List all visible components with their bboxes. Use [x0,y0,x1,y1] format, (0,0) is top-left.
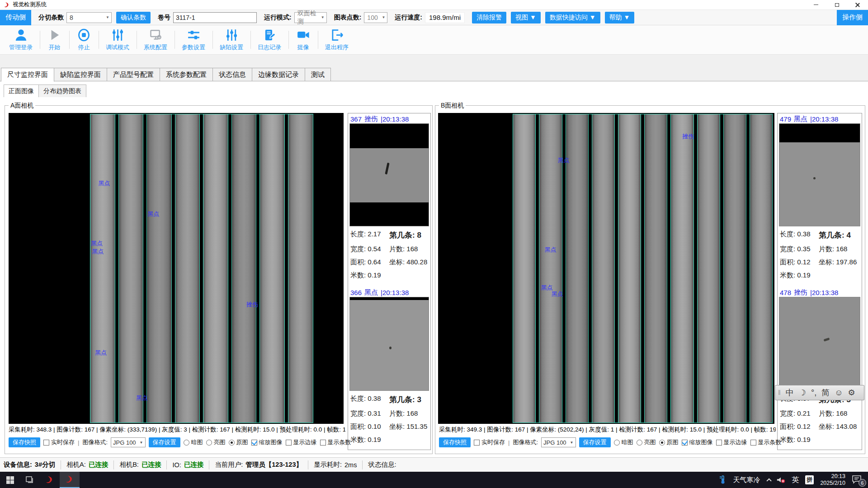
ime-mode-chinese[interactable]: 中 [786,387,794,398]
defect-thumbnail[interactable] [349,123,429,226]
defect-thumbnail[interactable] [779,123,860,226]
radio-icon [637,440,642,446]
save-settings-button[interactable]: 保存设置 [579,437,611,447]
clear-alarm-button[interactable]: 清除报警 [472,12,506,23]
start-button[interactable] [0,472,20,488]
defect-info: 长度: 2.17 第几条: 8 宽度: 0.54 片数: 168 面积: 0.6… [349,226,429,282]
camera-a-image[interactable]: 黑点黑点黑点黑点挫伤黑点黑点 [9,113,344,424]
defect-marker-label: 黑点 [99,179,110,188]
tab-test[interactable]: 测试 [305,68,331,81]
view-menu-button[interactable]: 视图 ▼ [511,12,541,23]
gear-icon[interactable]: ⚙ [848,388,855,398]
pinned-app-button[interactable] [40,472,60,488]
tab-edge-data[interactable]: 边缘数据记录 [252,68,305,81]
action-exit[interactable]: 退出程序 [318,25,356,54]
operator-side-button[interactable]: 操作侧 [837,10,868,25]
defect-thumbnail[interactable] [349,297,429,391]
thermometer-icon[interactable] [719,475,726,484]
defect-width: 0.35 [797,245,810,253]
sub-tab-bar: 正面图像 分布趋势图表 [4,84,86,97]
defect-length: 0.38 [797,230,810,238]
material-strip [644,114,667,422]
action-log-record[interactable]: 日志记录 [250,25,288,54]
running-app-button[interactable] [60,472,80,488]
original-image-radio[interactable]: 原图 [659,438,679,446]
confirm-strips-button[interactable]: 确认条数 [116,12,151,23]
roll-number-input[interactable] [173,12,257,23]
realtime-save-checkbox[interactable]: 实时保存 [474,438,505,446]
moon-icon[interactable]: ☽ [799,388,806,398]
close-button[interactable] [847,0,868,9]
speaker-muted-icon[interactable] [776,476,785,483]
log-icon [262,28,277,42]
defect-header[interactable]: 366 黑点 |20:13:38 [349,288,429,297]
save-snapshot-button[interactable]: 保存快照 [439,437,471,447]
dark-image-radio[interactable]: 暗图 [614,438,633,446]
action-capture[interactable]: 提像 [288,25,318,54]
show-strips-checkbox[interactable]: 显示条数 [320,438,351,446]
original-image-radio[interactable]: 原图 [229,438,248,446]
tray-expand-icon[interactable] [767,478,772,483]
zoom-image-checkbox[interactable]: 缩放图像 [251,438,283,446]
windows-logo-icon [6,476,14,484]
tab-size-monitor[interactable]: 尺寸监控界面 [1,68,54,82]
bright-image-radio[interactable]: 亮图 [206,438,226,446]
dark-image-radio[interactable]: 暗图 [184,438,203,446]
action-debug-mode[interactable]: 调试模式 [99,25,137,54]
material-strip [259,114,285,422]
save-settings-button[interactable]: 保存设置 [149,437,180,447]
notification-center-button[interactable]: 6 [852,475,863,485]
tab-status-info[interactable]: 状态信息 [212,68,252,81]
ime-pinyin-indicator[interactable]: 拼 [805,475,814,484]
language-indicator[interactable]: 英 [792,475,799,485]
tab-system-params[interactable]: 系统参数配置 [160,68,213,81]
data-access-menu-button[interactable]: 数据快捷访问 ▼ [545,12,600,23]
task-view-button[interactable] [20,472,40,488]
minimize-button[interactable] [806,0,826,9]
action-stop[interactable]: 停止 [69,25,99,54]
ime-punctuation-toggle[interactable]: °, [811,388,816,398]
image-format-select[interactable]: JPG 100▼ [111,437,146,447]
emoji-icon[interactable]: ☺ [835,388,843,398]
help-menu-button[interactable]: 帮助 ▼ [605,12,635,23]
subtab-front-image[interactable]: 正面图像 [4,84,39,97]
defect-strip: 4 [846,231,850,239]
run-mode-select[interactable]: 双面检测 ▼ [294,12,327,23]
defect-header[interactable]: 479 黑点 |20:13:38 [779,114,860,123]
slit-count-select[interactable]: 8 ▼ [66,12,112,23]
chart-points-select[interactable]: 100 ▼ [364,12,387,23]
main-tab-bar: 尺寸监控界面 缺陷监控界面 产品型号配置 系统参数配置 状态信息 边缘数据记录 … [1,68,330,81]
action-start[interactable]: 开始 [40,25,69,54]
action-param-settings[interactable]: 参数设置 [175,25,212,54]
ime-simplified-toggle[interactable]: 简 [821,387,830,398]
bright-image-radio[interactable]: 亮图 [637,438,656,446]
subtab-trend-chart[interactable]: 分布趋势图表 [38,84,86,97]
show-strips-checkbox[interactable]: 显示条数 [750,438,782,446]
defect-header[interactable]: 367 挫伤 |20:13:38 [349,114,429,123]
action-system-config[interactable]: 系统配置 [137,25,175,54]
defect-header[interactable]: 478 挫伤 |20:13:38 [779,288,860,297]
camera-b-title: B面相机 [439,102,466,110]
camera-b-image[interactable]: 挫伤黑点黑点黑点黑点 [438,113,774,424]
show-edge-checkbox[interactable]: 显示边缘 [286,438,317,446]
defect-thumbnail[interactable] [779,297,860,391]
drive-side-button[interactable]: 传动侧 [0,10,31,25]
slit-count-value: 8 [70,14,73,21]
zoom-image-checkbox[interactable]: 缩放图像 [682,438,713,446]
action-defect-settings[interactable]: 缺陷设置 [212,25,250,54]
image-format-select[interactable]: JPG 100▼ [541,437,576,447]
tab-defect-monitor[interactable]: 缺陷监控界面 [54,68,107,81]
ime-grip-handle[interactable]: ‖ [778,389,781,396]
maximize-button[interactable] [826,0,847,9]
show-edge-checkbox[interactable]: 显示边缘 [716,438,747,446]
action-admin-login[interactable]: 管理登录 [2,25,40,54]
weather-text[interactable]: 天气寒冷 [733,476,760,484]
task-view-icon [26,476,34,483]
realtime-save-checkbox[interactable]: 实时保存 [43,438,75,446]
tab-product-config[interactable]: 产品型号配置 [107,68,160,81]
current-user-segment: 当前用户: 管理员【123-123】 [209,460,308,469]
material-strip [231,114,257,422]
display-time-segment: 显示耗时: 2ms [308,460,363,469]
save-snapshot-button[interactable]: 保存快照 [9,437,40,447]
clock[interactable]: 20:13 2025/2/10 [820,473,845,487]
